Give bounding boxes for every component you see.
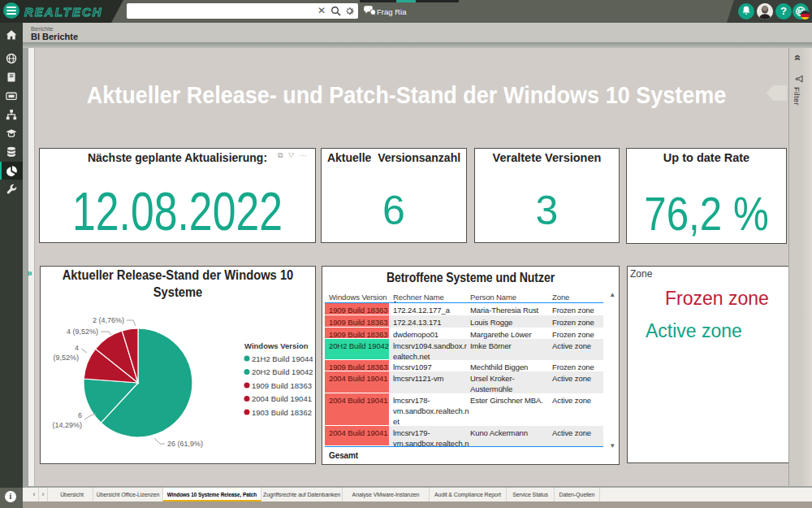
svg-text:2004 Build 19041: 2004 Build 19041 (252, 394, 312, 403)
svg-text:26 (61,9%): 26 (61,9%) (167, 440, 203, 448)
svg-text:1909 Build 18363: 1909 Build 18363 (252, 381, 312, 390)
svg-text:6: 6 (78, 411, 82, 419)
svg-text:(9,52%): (9,52%) (53, 354, 79, 362)
svg-text:2 (4,76%): 2 (4,76%) (93, 316, 124, 324)
svg-text:1903 Build 18362: 1903 Build 18362 (252, 408, 312, 417)
svg-text:Windows Version: Windows Version (244, 341, 309, 350)
svg-text:20H2 Build 19042: 20H2 Build 19042 (252, 367, 313, 376)
svg-text:4: 4 (75, 344, 79, 352)
svg-text:(14,29%): (14,29%) (52, 421, 82, 429)
svg-text:21H2 Build 19044: 21H2 Build 19044 (252, 354, 313, 363)
svg-text:4 (9,52%): 4 (9,52%) (67, 328, 98, 336)
